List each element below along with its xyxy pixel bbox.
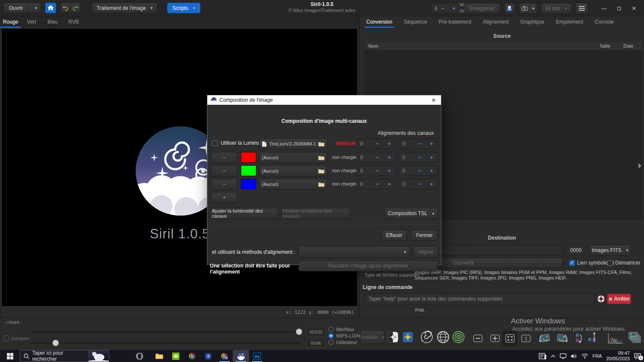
tab-sequence[interactable]: Séquence [402, 16, 429, 28]
truncate-option[interactable]: tronquer [3, 335, 29, 341]
open-recent-dropdown[interactable] [28, 3, 41, 13]
zoom-out-button[interactable] [472, 334, 483, 343]
luminance-shift-y-spinner[interactable]: 0 −+ [398, 138, 438, 149]
minimize-button[interactable]: — [598, 5, 610, 12]
display-tray-button[interactable] [560, 353, 566, 359]
blue-shift-y-plus[interactable]: + [425, 181, 437, 187]
wifi-tray-button[interactable] [581, 353, 588, 359]
blue-shift-x-plus[interactable]: + [383, 181, 395, 187]
luminance-checkbox[interactable] [212, 140, 218, 146]
truncate-checkbox[interactable] [3, 335, 9, 341]
registration-target-button[interactable] [451, 329, 466, 345]
zoom-plus-button[interactable]: + [448, 5, 459, 12]
image-processing-menu[interactable]: Traitement de l'image [92, 3, 158, 13]
radio-user-option[interactable]: Utilisateur [328, 340, 357, 345]
composition-mode-dropdown[interactable]: Composition TSL [384, 208, 438, 219]
column-size[interactable]: Taille [599, 43, 623, 49]
zoom-minus-button[interactable]: − [437, 5, 449, 12]
remove-green-channel-button[interactable]: − [211, 165, 237, 176]
tab-empilement[interactable]: Empilement [554, 16, 585, 28]
tab-bleu[interactable]: Bleu [42, 16, 63, 28]
tab-alignement[interactable]: Alignement [481, 16, 510, 28]
luminance-shift-y-plus[interactable]: + [425, 140, 437, 147]
undo-button[interactable] [60, 3, 70, 13]
blue-shift-y-spinner[interactable]: 0−+ [398, 179, 438, 189]
dialog-titlebar[interactable]: Composition de l'image ✕ [207, 95, 441, 105]
stop-button[interactable]: Arrêter [607, 294, 631, 304]
blue-channel-swatch[interactable] [241, 179, 256, 189]
green-shift-y-spinner[interactable]: 0−+ [398, 165, 438, 176]
hi-value-input[interactable]: 65535 [307, 328, 325, 336]
command-input[interactable] [365, 293, 595, 304]
remove-red-channel-button[interactable]: − [211, 152, 237, 163]
luminance-shift-x-minus[interactable]: − [371, 140, 383, 147]
blue-channel-file-button[interactable]: (Aucun) [259, 179, 328, 190]
radio-mips[interactable] [328, 333, 334, 338]
flip-horizontal-button[interactable]: R R [587, 332, 601, 344]
radio-minmax-option[interactable]: Min/Max [328, 327, 354, 332]
taskbar-clock[interactable]: 09:47 20/05/2023 [606, 350, 630, 362]
volume-tray-button[interactable] [571, 353, 577, 359]
source-table-header[interactable]: Nom Taille Date [365, 41, 643, 51]
snapshot-button[interactable] [519, 3, 537, 14]
column-date[interactable]: Date [623, 43, 642, 49]
green-shift-y-plus[interactable]: + [425, 167, 437, 174]
green-shift-x-minus[interactable]: − [371, 167, 383, 174]
lo-value-input[interactable]: 6096 [307, 339, 325, 347]
blue-shift-x-spinner[interactable]: 0−+ [356, 179, 396, 189]
red-shift-y-plus[interactable]: + [425, 154, 437, 161]
luminance-shift-x-spinner[interactable]: 0 −+ [356, 138, 396, 149]
panel-expander-arrow[interactable] [638, 163, 641, 168]
galaxy-tool-button[interactable] [419, 329, 434, 345]
scale-mode-dropdown[interactable]: Linéaire [361, 330, 384, 344]
open-button[interactable]: Ouvrir [3, 3, 28, 13]
tab-rouge[interactable]: Rouge [0, 16, 21, 28]
green-shift-x-plus[interactable]: + [383, 167, 395, 174]
remove-blue-channel-button[interactable]: − [211, 179, 237, 190]
scripts-menu[interactable]: Scripts [167, 3, 201, 13]
tab-vert[interactable]: Vert [21, 16, 42, 28]
photoshop-button[interactable]: Ps [249, 350, 265, 362]
green-shift-y-minus[interactable]: − [413, 167, 425, 174]
rotate-ccw-button[interactable] [538, 332, 553, 344]
clear-button[interactable]: Effacer [381, 230, 407, 241]
column-name[interactable]: Nom [365, 43, 599, 49]
radio-user[interactable] [328, 340, 334, 345]
dialog-close-button[interactable]: ✕ [430, 97, 437, 103]
green-shift-x-spinner[interactable]: 0−+ [356, 165, 396, 176]
luminance-shift-x-plus[interactable]: + [383, 140, 395, 147]
output-format-dropdown[interactable]: Images FITS [589, 245, 631, 256]
bit-depth-dropdown[interactable]: 16 bits [541, 3, 571, 14]
rotate-cw-button[interactable] [554, 332, 569, 344]
help-button[interactable] [596, 294, 606, 304]
green-channel-file-button[interactable]: (Aucun) [259, 165, 328, 176]
lo-slider-handle[interactable] [52, 340, 59, 346]
nvidia-settings-button[interactable] [167, 350, 184, 362]
notification-center-button[interactable]: 1 [634, 353, 641, 359]
blue-shift-y-minus[interactable]: − [413, 181, 425, 187]
tab-conversion[interactable]: Conversion [365, 16, 394, 28]
tab-rvb[interactable]: RVB [63, 16, 84, 28]
zoom-in-button[interactable] [489, 334, 501, 343]
red-shift-y-spinner[interactable]: 0−+ [398, 152, 438, 163]
news-tray-button[interactable] [539, 353, 547, 359]
home-button[interactable] [45, 3, 56, 13]
close-dialog-button[interactable]: Fermer [411, 230, 437, 241]
luminance-file-button[interactable]: TrioLionV2-2600MM-120x... [259, 138, 328, 149]
globe-tool-button[interactable] [435, 329, 451, 345]
language-indicator[interactable]: FRA [592, 353, 602, 359]
red-shift-x-plus[interactable]: + [383, 154, 395, 161]
debayer-checkbox[interactable] [608, 260, 613, 266]
zoom-spinner[interactable]: 8 − + [431, 3, 460, 14]
red-channel-swatch[interactable] [241, 152, 256, 163]
redo-button[interactable] [70, 3, 81, 13]
crop-after-align-button[interactable]: Recadrer l'image après alignement [298, 260, 438, 271]
photometry-toggle-button[interactable] [386, 330, 400, 344]
one-to-one-button[interactable]: 1 [520, 334, 532, 343]
hamburger-menu-button[interactable] [575, 3, 588, 14]
tab-console[interactable]: Console [593, 16, 615, 28]
task-view-button[interactable] [131, 350, 148, 362]
green-channel-swatch[interactable] [241, 165, 256, 176]
luminance-shift-y-minus[interactable]: − [413, 140, 425, 147]
file-explorer-button[interactable] [151, 350, 167, 362]
